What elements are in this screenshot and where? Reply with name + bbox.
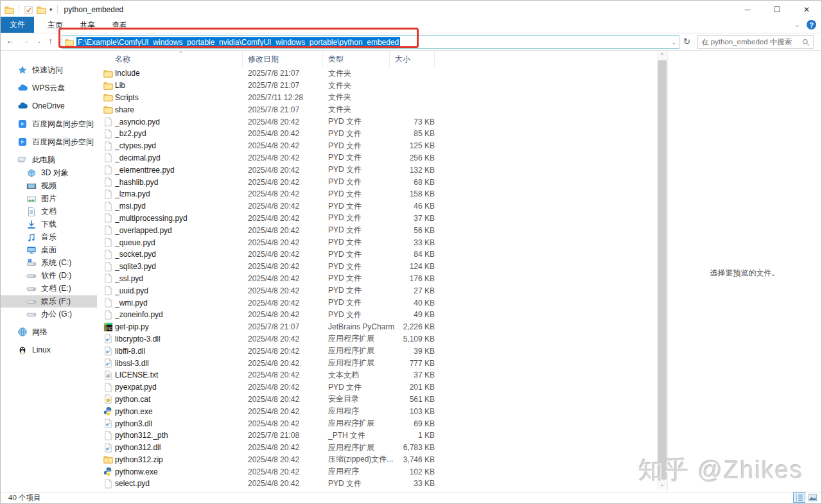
table-row[interactable]: _sqlite3.pyd2025/4/8 20:42PYD 文件124 KB [97,261,657,273]
table-row[interactable]: _multiprocessing.pyd2025/4/8 20:42PYD 文件… [97,213,657,225]
table-row[interactable]: python312.zip2025/4/8 20:42压缩(zipped)文件.… [97,454,657,466]
sidebar-item-label: 文档 (E:) [41,283,71,294]
vertical-scrollbar[interactable]: ⌃ ⌄ [657,51,667,489]
table-row[interactable]: pythonw.exe2025/4/8 20:42应用程序102 KB [97,465,657,478]
divider [19,5,19,14]
table-row[interactable]: _socket.pyd2025/4/8 20:42PYD 文件84 KB [97,248,657,261]
table-row[interactable]: pyexpat.pyd2025/4/8 20:42PYD 文件201 KB [97,381,657,394]
maximize-button[interactable]: ☐ [762,1,792,19]
table-row[interactable]: _ctypes.pyd2025/4/8 20:42PYD 文件125 KB [97,140,657,152]
tab-share[interactable]: 共享 [71,18,103,33]
table-row[interactable]: _hashlib.pyd2025/4/8 20:42PYD 文件68 KB [97,176,657,188]
navigation-pane: 快速访问WPS云盘OneDrive百度网盘同步空间百度网盘同步空间此电脑3D 对… [1,51,97,492]
sidebar-item-pictures[interactable]: 图片 [1,193,97,205]
table-row[interactable]: python312.dll2025/4/8 20:42应用程序扩展6,783 K… [97,442,657,454]
table-row[interactable]: libcrypto-3.dll2025/4/8 20:42应用程序扩展5,109… [97,333,657,345]
sidebar-item-linux[interactable]: Linux [1,343,97,356]
refresh-icon[interactable]: ↻ [683,37,690,46]
folder-icon [4,5,14,15]
table-row[interactable]: _elementtree.pyd2025/4/8 20:42PYD 文件132 … [97,164,657,176]
sidebar-item-drive[interactable]: 娱乐 (F:) [1,295,97,308]
ribbon-collapse-icon[interactable]: ⌄ [794,21,800,29]
table-row[interactable]: python.cat2025/4/8 20:42安全目录561 KB [97,394,657,406]
forward-button[interactable]: → [21,36,30,46]
column-header-name[interactable]: 名称 ⌃ [115,51,243,67]
table-row[interactable]: python3.dll2025/4/8 20:42应用程序扩展69 KB [97,417,657,430]
sidebar-item-drive-system[interactable]: 系统 (C:) [1,257,97,269]
address-path-selected[interactable]: F:\Example\ComfyUI_windows_portable_nvid… [76,37,400,48]
search-placeholder: 在 python_embeded 中搜索 [701,37,802,47]
sidebar-item-documents[interactable]: 文档 [1,205,97,218]
table-row[interactable]: LICENSE.txt2025/4/8 20:42文本文档37 KB [97,369,657,381]
file-date: 2025/7/8 21:07 [243,105,323,114]
table-row[interactable]: share2025/7/8 21:07文件夹 [97,103,657,116]
details-view-button[interactable] [793,492,805,503]
divider [57,5,58,14]
address-bar[interactable]: F:\Example\ComfyUI_windows_portable_nvid… [62,35,679,49]
sidebar-item-onedrive[interactable]: OneDrive [1,100,97,112]
sidebar-item-downloads[interactable]: 下载 [1,218,97,230]
minimize-button[interactable]: ─ [733,1,762,19]
help-icon[interactable]: ? [807,20,816,30]
table-row[interactable]: _lzma.pyd2025/4/8 20:42PYD 文件158 KB [97,188,657,200]
back-button[interactable]: ← [6,36,14,46]
table-row[interactable]: _uuid.pyd2025/4/8 20:42PYD 文件27 KB [97,284,657,297]
tab-file[interactable]: 文件 [1,17,34,33]
search-box[interactable]: 在 python_embeded 中搜索 [697,35,814,49]
sidebar-item-music[interactable]: 音乐 [1,231,97,243]
table-row[interactable]: python.exe2025/4/8 20:42应用程序103 KB [97,405,657,417]
sidebar-item-wps-cloud[interactable]: WPS云盘 [1,82,97,94]
sidebar-item-drive[interactable]: 软件 (D:) [1,270,97,282]
table-row[interactable]: _overlapped.pyd2025/4/8 20:42PYD 文件56 KB [97,224,657,236]
table-row[interactable]: _queue.pyd2025/4/8 20:42PYD 文件33 KB [97,236,657,248]
scrollbar-thumb[interactable] [658,60,667,480]
drive-icon [26,271,37,281]
address-dropdown-icon[interactable]: ⌄ [671,39,676,46]
table-row[interactable]: select.pyd2025/4/8 20:42PYD 文件33 KB [97,478,657,490]
file-name: python312.dll [115,443,243,452]
properties-icon[interactable] [24,5,33,15]
file-size: 40 KB [390,299,435,308]
scroll-down-icon[interactable]: ⌄ [657,480,667,489]
sidebar-item-drive[interactable]: 办公 (G:) [1,308,97,320]
tab-view[interactable]: 查看 [103,18,136,33]
tab-home[interactable]: 主页 [39,18,71,33]
table-row[interactable]: _decimal.pyd2025/4/8 20:42PYD 文件256 KB [97,152,657,164]
table-row[interactable]: _zoneinfo.pyd2025/4/8 20:42PYD 文件49 KB [97,309,657,321]
recent-locations-icon[interactable]: ⌄ [37,38,42,44]
table-row[interactable]: _msi.pyd2025/4/8 20:42PYD 文件46 KB [97,200,657,213]
table-row[interactable]: _ssl.pyd2025/4/8 20:42PYD 文件176 KB [97,273,657,285]
thumbnail-view-button[interactable] [807,492,819,503]
table-row[interactable]: Include2025/7/8 21:07文件夹 [97,67,657,80]
sidebar-item-this-pc[interactable]: 此电脑 [1,153,97,166]
new-folder-icon[interactable] [37,5,46,15]
sidebar-item-network[interactable]: 网络 [1,326,97,338]
close-button[interactable]: ✕ [792,1,821,19]
table-row[interactable]: python312._pth2025/7/8 21:08_PTH 文件1 KB [97,430,657,442]
documents-icon [26,207,37,217]
sidebar-item-desktop[interactable]: 桌面 [1,244,97,256]
table-row[interactable]: libssl-3.dll2025/4/8 20:42应用程序扩展777 KB [97,357,657,369]
sidebar-item-quick-access[interactable]: 快速访问 [1,64,97,76]
sidebar-item-baidu-netdisk[interactable]: 百度网盘同步空间 [1,135,97,148]
column-header-size[interactable]: 大小 [390,51,435,67]
drive-system-icon [26,258,37,268]
table-row[interactable]: libffi-8.dll2025/4/8 20:42应用程序扩展39 KB [97,345,657,357]
sidebar-item-videos[interactable]: 视频 [1,180,97,192]
sidebar-item-baidu-netdisk[interactable]: 百度网盘同步空间 [1,117,97,130]
table-row[interactable]: Scripts2025/7/11 12:28文件夹 [97,92,657,104]
table-row[interactable]: _bz2.pyd2025/4/8 20:42PYD 文件85 KB [97,128,657,140]
table-row[interactable]: PCget-pip.py2025/7/8 21:07JetBrains PyCh… [97,321,657,333]
file-icon [103,250,113,259]
table-row[interactable]: _asyncio.pyd2025/4/8 20:42PYD 文件73 KB [97,116,657,128]
sidebar-item-objects-3d[interactable]: 3D 对象 [1,167,97,179]
up-button[interactable]: ↑ [49,36,53,46]
scroll-up-icon[interactable]: ⌃ [657,51,667,60]
table-row[interactable]: _wmi.pyd2025/4/8 20:42PYD 文件40 KB [97,297,657,309]
column-header-date[interactable]: 修改日期 [243,51,323,67]
column-header-type[interactable]: 类型 [323,51,390,67]
this-pc-icon [17,155,28,165]
sidebar-item-drive[interactable]: 文档 (E:) [1,282,97,295]
table-row[interactable]: Lib2025/7/8 21:07文件夹 [97,80,657,92]
qat-customize-icon[interactable]: ▾ [49,5,53,15]
